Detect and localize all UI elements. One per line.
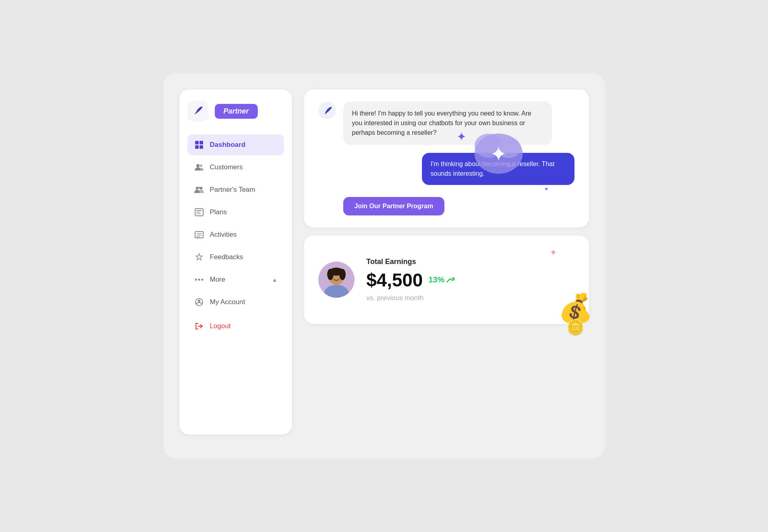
earnings-amount: $4,500 <box>367 269 423 291</box>
person-avatar <box>318 262 354 298</box>
activities-icon <box>194 229 204 240</box>
sidebar-item-plans[interactable]: Plans <box>187 202 284 223</box>
sidebar-item-logout[interactable]: Logout <box>187 316 284 337</box>
logo-box <box>187 101 208 122</box>
dashboard-label: Dashboard <box>210 141 246 149</box>
my-account-icon <box>194 297 204 307</box>
more-arrow-icon: ▲ <box>272 277 277 283</box>
sidebar: Partner Dashboard <box>179 89 292 435</box>
earnings-title: Total Earnings <box>367 258 455 266</box>
svg-text:✦: ✦ <box>490 142 507 166</box>
sidebar-item-more[interactable]: More ▲ <box>187 269 284 290</box>
svg-rect-0 <box>195 141 199 144</box>
bot-blob-decoration: ✦ <box>473 130 525 179</box>
logo-icon <box>192 104 204 118</box>
sidebar-item-customers[interactable]: Customers <box>187 157 284 178</box>
join-partner-program-button[interactable]: Join Our Partner Program <box>343 197 445 215</box>
svg-point-31 <box>327 269 334 280</box>
sidebar-header: Partner <box>187 101 284 122</box>
earnings-percentage: 13% <box>428 275 455 284</box>
svg-rect-10 <box>196 210 202 211</box>
bot-avatar <box>318 102 336 119</box>
earnings-info: Total Earnings $4,500 13% vs. previous m… <box>367 258 455 302</box>
svg-point-19 <box>201 279 203 281</box>
partner-badge: Partner <box>215 104 258 119</box>
earnings-vs-text: vs. previous month <box>367 294 455 302</box>
activities-label: Activities <box>210 231 237 239</box>
app-container: Partner Dashboard <box>163 73 605 459</box>
logout-icon <box>194 321 204 331</box>
earnings-section: Total Earnings $4,500 13% vs. previous m… <box>304 236 589 324</box>
money-bag-icon: 💰 🪙 <box>558 294 593 336</box>
svg-rect-12 <box>196 213 201 214</box>
svg-rect-1 <box>200 141 203 144</box>
sidebar-item-activities[interactable]: Activities <box>187 224 284 245</box>
more-label: More <box>210 276 226 284</box>
sidebar-item-my-account[interactable]: My Account <box>187 292 284 313</box>
feedbacks-label: Feedbacks <box>210 253 243 261</box>
earnings-amount-row: $4,500 13% <box>367 269 455 291</box>
svg-point-18 <box>198 279 200 281</box>
svg-point-8 <box>200 187 202 190</box>
svg-rect-3 <box>200 145 203 149</box>
plans-icon <box>194 207 204 217</box>
customers-icon <box>194 162 204 173</box>
partners-team-label: Partner's Team <box>210 186 255 194</box>
sidebar-item-partners-team[interactable]: Partner's Team <box>187 179 284 200</box>
svg-rect-2 <box>195 145 199 149</box>
logout-label: Logout <box>210 322 231 330</box>
partners-team-icon <box>194 185 204 195</box>
sidebar-item-dashboard[interactable]: Dashboard <box>187 134 284 155</box>
more-icon <box>194 274 204 285</box>
earnings-sparkle-icon: ✦ <box>550 248 557 258</box>
svg-point-21 <box>198 300 200 302</box>
svg-point-5 <box>200 164 202 167</box>
chat-messages: Hi there! I'm happy to tell you everythi… <box>343 102 574 215</box>
chat-section: Hi there! I'm happy to tell you everythi… <box>304 89 589 227</box>
main-content: Hi there! I'm happy to tell you everythi… <box>304 89 589 324</box>
customers-label: Customers <box>210 163 243 171</box>
dashboard-icon <box>194 140 204 150</box>
svg-point-4 <box>196 164 200 167</box>
sidebar-item-feedbacks[interactable]: Feedbacks <box>187 247 284 268</box>
svg-rect-11 <box>196 212 200 213</box>
svg-point-17 <box>195 279 197 281</box>
my-account-label: My Account <box>210 298 245 306</box>
plans-label: Plans <box>210 208 227 216</box>
feedbacks-icon <box>194 252 204 262</box>
svg-point-32 <box>339 269 346 280</box>
